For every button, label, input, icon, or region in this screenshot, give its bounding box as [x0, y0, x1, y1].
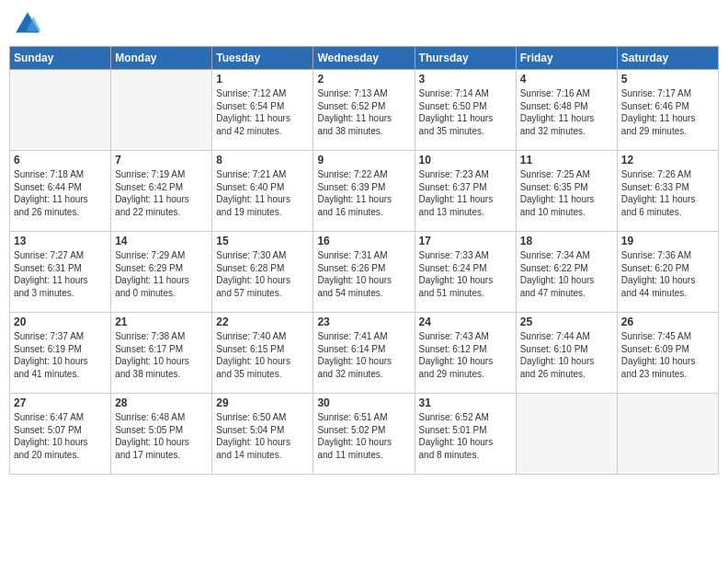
cell-info-line: Sunrise: 6:51 AM: [317, 411, 410, 424]
calendar-cell: 13Sunrise: 7:27 AMSunset: 6:31 PMDayligh…: [10, 232, 111, 313]
cell-info-line: and 47 minutes.: [520, 287, 613, 300]
cell-info-line: Daylight: 11 hours: [317, 112, 410, 125]
calendar-cell: 8Sunrise: 7:21 AMSunset: 6:40 PMDaylight…: [212, 151, 313, 232]
cell-info-line: Sunset: 6:28 PM: [216, 262, 309, 275]
calendar-cell: 15Sunrise: 7:30 AMSunset: 6:28 PMDayligh…: [212, 232, 313, 313]
cell-info-line: Sunrise: 7:14 AM: [419, 87, 512, 100]
cell-info-line: and 32 minutes.: [520, 125, 613, 138]
calendar-cell: 20Sunrise: 7:37 AMSunset: 6:19 PMDayligh…: [10, 313, 111, 394]
cell-info-line: and 38 minutes.: [317, 125, 410, 138]
cell-info-line: and 3 minutes.: [14, 287, 107, 300]
cell-info-line: Sunset: 6:46 PM: [621, 100, 714, 113]
cell-info-line: Daylight: 11 hours: [216, 193, 309, 206]
cell-info-line: Daylight: 10 hours: [621, 355, 714, 368]
calendar-cell: 18Sunrise: 7:34 AMSunset: 6:22 PMDayligh…: [516, 232, 617, 313]
cell-info-line: Sunset: 6:50 PM: [419, 100, 512, 113]
cell-info-line: Sunrise: 6:52 AM: [419, 411, 512, 424]
cell-info-line: Sunset: 6:54 PM: [216, 100, 309, 113]
cell-info-line: Daylight: 10 hours: [419, 355, 512, 368]
cell-info-line: Sunrise: 7:31 AM: [317, 249, 410, 262]
cell-info-line: Sunrise: 7:26 AM: [621, 168, 714, 181]
day-number: 29: [216, 396, 309, 409]
cell-info-line: Sunset: 6:12 PM: [419, 343, 512, 356]
cell-info-line: Sunset: 6:44 PM: [14, 181, 107, 194]
cell-info-line: Sunrise: 7:13 AM: [317, 87, 410, 100]
cell-info-line: Sunrise: 7:21 AM: [216, 168, 309, 181]
calendar-cell: 16Sunrise: 7:31 AMSunset: 6:26 PMDayligh…: [313, 232, 415, 313]
calendar-cell: 2Sunrise: 7:13 AMSunset: 6:52 PMDaylight…: [313, 70, 415, 151]
cell-info-line: Daylight: 11 hours: [419, 193, 512, 206]
cell-info-line: Sunset: 6:09 PM: [621, 343, 714, 356]
cell-info-line: Daylight: 10 hours: [317, 355, 410, 368]
cell-info-line: and 26 minutes.: [520, 368, 613, 381]
day-number: 25: [520, 316, 613, 328]
cell-info-line: Daylight: 11 hours: [520, 112, 613, 125]
cell-info-line: Sunrise: 7:29 AM: [115, 249, 208, 262]
cell-info-line: Sunset: 6:14 PM: [317, 343, 410, 356]
cell-info-line: Daylight: 10 hours: [216, 355, 309, 368]
cell-info-line: Daylight: 11 hours: [520, 193, 613, 206]
cell-info-line: Sunrise: 7:36 AM: [621, 249, 714, 262]
cell-info-line: Daylight: 11 hours: [419, 112, 512, 125]
cell-info-line: and 26 minutes.: [14, 206, 107, 219]
calendar-cell: 6Sunrise: 7:18 AMSunset: 6:44 PMDaylight…: [10, 151, 111, 232]
day-number: 4: [520, 73, 613, 86]
day-number: 27: [14, 396, 107, 409]
day-number: 31: [419, 396, 512, 409]
cell-info-line: and 51 minutes.: [419, 287, 512, 300]
cell-info-line: Daylight: 10 hours: [419, 436, 512, 449]
calendar-cell: [617, 394, 718, 475]
day-number: 5: [621, 73, 714, 86]
cell-info-line: Sunset: 6:42 PM: [115, 181, 208, 194]
day-number: 18: [520, 235, 613, 247]
cell-info-line: Daylight: 10 hours: [14, 436, 107, 449]
weekday-header-tuesday: Tuesday: [212, 47, 313, 70]
cell-info-line: Sunset: 5:04 PM: [216, 424, 309, 437]
calendar-cell: 29Sunrise: 6:50 AMSunset: 5:04 PMDayligh…: [212, 394, 313, 475]
calendar-cell: 11Sunrise: 7:25 AMSunset: 6:35 PMDayligh…: [516, 151, 617, 232]
day-number: 9: [317, 154, 410, 167]
logo: [13, 9, 46, 39]
cell-info-line: Daylight: 11 hours: [14, 274, 107, 287]
cell-info-line: Daylight: 11 hours: [115, 274, 208, 287]
cell-info-line: and 23 minutes.: [621, 368, 714, 381]
weekday-header-wednesday: Wednesday: [313, 47, 415, 70]
cell-info-line: Sunrise: 7:33 AM: [419, 249, 512, 262]
weekday-header-row: SundayMondayTuesdayWednesdayThursdayFrid…: [10, 47, 719, 70]
day-number: 23: [317, 316, 410, 328]
day-number: 1: [216, 73, 309, 86]
cell-info-line: and 35 minutes.: [216, 368, 309, 381]
cell-info-line: Sunset: 6:20 PM: [621, 262, 714, 275]
cell-info-line: Sunrise: 7:38 AM: [115, 330, 208, 343]
cell-info-line: Sunrise: 7:34 AM: [520, 249, 613, 262]
cell-info-line: Sunset: 6:29 PM: [115, 262, 208, 275]
calendar-table: SundayMondayTuesdayWednesdayThursdayFrid…: [9, 46, 719, 475]
cell-info-line: Sunrise: 6:47 AM: [14, 411, 107, 424]
cell-info-line: Daylight: 10 hours: [520, 274, 613, 287]
cell-info-line: and 32 minutes.: [317, 368, 410, 381]
cell-info-line: Daylight: 10 hours: [115, 355, 208, 368]
weekday-header-monday: Monday: [111, 47, 212, 70]
cell-info-line: Sunset: 5:01 PM: [419, 424, 512, 437]
cell-info-line: Daylight: 10 hours: [621, 274, 714, 287]
cell-info-line: Sunset: 6:17 PM: [115, 343, 208, 356]
cell-info-line: Sunrise: 7:19 AM: [115, 168, 208, 181]
cell-info-line: Daylight: 11 hours: [216, 112, 309, 125]
calendar-cell: [111, 70, 212, 151]
cell-info-line: Daylight: 11 hours: [621, 112, 714, 125]
cell-info-line: Sunset: 6:40 PM: [216, 181, 309, 194]
cell-info-line: Sunrise: 7:23 AM: [419, 168, 512, 181]
calendar-cell: 12Sunrise: 7:26 AMSunset: 6:33 PMDayligh…: [617, 151, 718, 232]
day-number: 3: [419, 73, 512, 86]
calendar-cell: 14Sunrise: 7:29 AMSunset: 6:29 PMDayligh…: [111, 232, 212, 313]
calendar-cell: [516, 394, 617, 475]
cell-info-line: Sunset: 6:19 PM: [14, 343, 107, 356]
cell-info-line: Sunrise: 7:30 AM: [216, 249, 309, 262]
cell-info-line: Daylight: 11 hours: [14, 193, 107, 206]
cell-info-line: Sunrise: 7:43 AM: [419, 330, 512, 343]
cell-info-line: Daylight: 10 hours: [317, 274, 410, 287]
cell-info-line: Sunrise: 7:27 AM: [14, 249, 107, 262]
cell-info-line: and 35 minutes.: [419, 125, 512, 138]
cell-info-line: and 29 minutes.: [621, 125, 714, 138]
day-number: 8: [216, 154, 309, 167]
